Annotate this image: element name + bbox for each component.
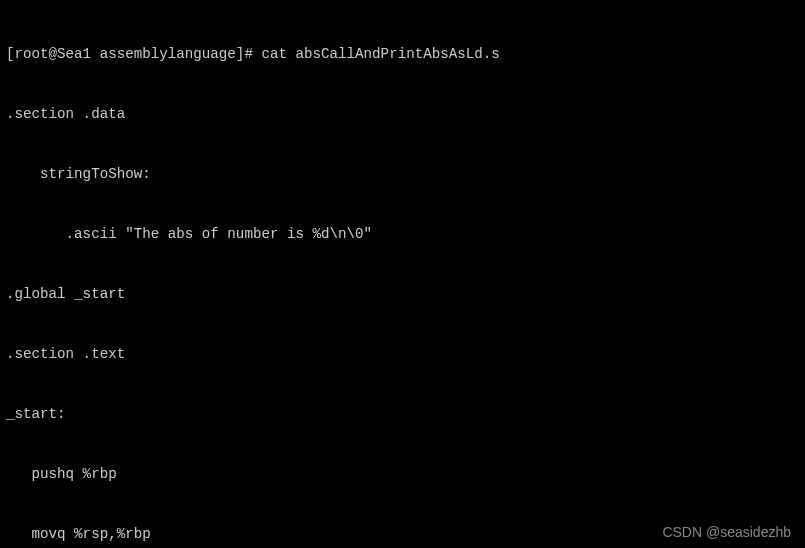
terminal-output[interactable]: [root@Sea1 assemblylanguage]# cat absCal…: [0, 0, 805, 548]
source-line: .section .text: [6, 344, 799, 364]
source-line: _start:: [6, 404, 799, 424]
source-line: .section .data: [6, 104, 799, 124]
prompt-line-cat: [root@Sea1 assemblylanguage]# cat absCal…: [6, 44, 799, 64]
shell-prompt: [root@Sea1 assemblylanguage]#: [6, 46, 261, 62]
source-line: .global _start: [6, 284, 799, 304]
source-line: pushq %rbp: [6, 464, 799, 484]
watermark-text: CSDN @seasidezhb: [662, 522, 791, 542]
source-line: .ascii "The abs of number is %d\n\0": [6, 224, 799, 244]
command-text-cat: cat absCallAndPrintAbsAsLd.s: [261, 46, 499, 62]
source-line: stringToShow:: [6, 164, 799, 184]
